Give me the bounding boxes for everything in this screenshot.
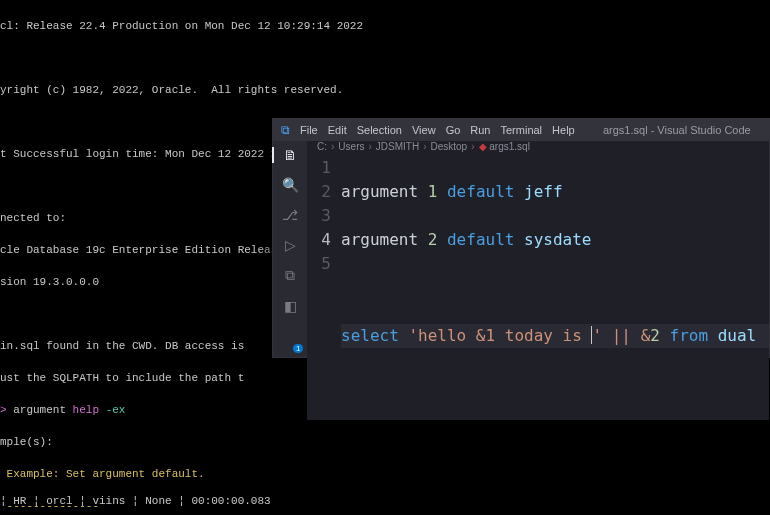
extensions-icon[interactable]: ⧉	[273, 267, 307, 284]
activity-badge: 1	[293, 344, 303, 353]
source-control-icon[interactable]: ⎇	[273, 207, 307, 223]
chevron-right-icon: ›	[368, 141, 371, 152]
term-line: Example: Set argument default.	[0, 466, 770, 482]
menu-file[interactable]: File	[300, 124, 318, 136]
chevron-right-icon: ›	[471, 141, 474, 152]
breadcrumb-segment[interactable]: Users	[338, 141, 364, 152]
menu-view[interactable]: View	[412, 124, 436, 136]
activity-bar: 🗎 🔍 ⎇ ▷ ⧉ ◧ 1	[273, 141, 307, 357]
vscode-logo-icon: ⧉	[281, 123, 290, 137]
chevron-right-icon: ›	[423, 141, 426, 152]
breadcrumb-segment[interactable]: Desktop	[431, 141, 468, 152]
breadcrumb-segment[interactable]: ◆ args1.sql	[479, 141, 530, 152]
vscode-titlebar[interactable]: ⧉ File Edit Selection View Go Run Termin…	[273, 119, 769, 141]
term-line: cl: Release 22.4 Production on Mon Dec 1…	[0, 18, 770, 34]
explorer-icon[interactable]: 🗎	[272, 147, 306, 163]
term-line: mple(s):	[0, 434, 770, 450]
remote-icon[interactable]: ◧	[273, 298, 307, 314]
menu-terminal[interactable]: Terminal	[501, 124, 543, 136]
breadcrumb[interactable]: C:›Users›JDSMITH›Desktop›◆ args1.sql	[307, 141, 769, 152]
search-icon[interactable]: 🔍	[273, 177, 307, 193]
breadcrumb-segment[interactable]: C:	[317, 141, 327, 152]
menu-run[interactable]: Run	[470, 124, 490, 136]
menu-help[interactable]: Help	[552, 124, 575, 136]
terminal-statusbar: ¦ HR ¦ orcl ¦ viins ¦ None ¦ 00:00:00.08…	[0, 495, 271, 507]
editor[interactable]: 12345 argument 1 default jeff argument 2…	[307, 152, 769, 420]
vscode-window[interactable]: ⧉ File Edit Selection View Go Run Termin…	[272, 118, 770, 358]
menu-edit[interactable]: Edit	[328, 124, 347, 136]
breadcrumb-segment[interactable]: JDSMITH	[376, 141, 419, 152]
window-title: args1.sql - Visual Studio Code	[585, 124, 769, 136]
menu-go[interactable]: Go	[446, 124, 461, 136]
term-line: yright (c) 1982, 2022, Oracle. All right…	[0, 82, 770, 98]
file-icon: ◆	[479, 141, 487, 152]
menu-selection[interactable]: Selection	[357, 124, 402, 136]
code-area[interactable]: argument 1 default jeff argument 2 defau…	[341, 156, 769, 420]
run-debug-icon[interactable]: ▷	[273, 237, 307, 253]
line-gutter: 12345	[307, 156, 341, 420]
chevron-right-icon: ›	[331, 141, 334, 152]
